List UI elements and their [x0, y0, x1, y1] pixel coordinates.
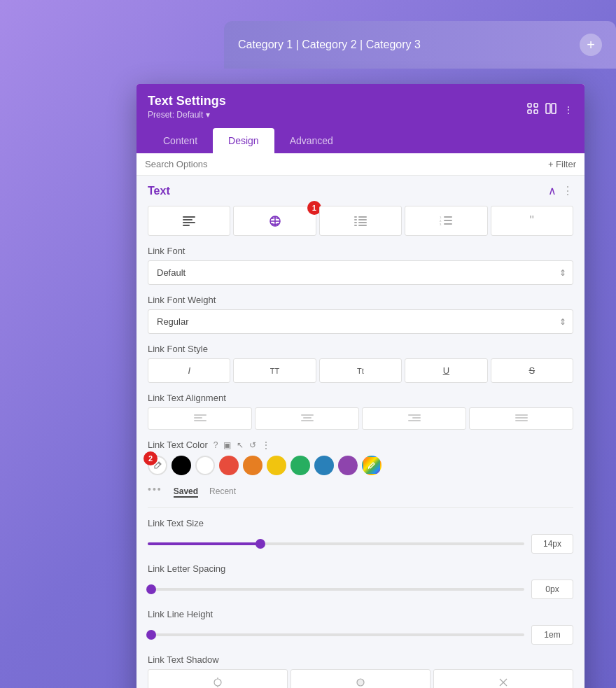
svg-rect-39 [515, 414, 528, 416]
svg-rect-2 [528, 110, 531, 113]
more-options-icon[interactable]: ⋮ [564, 104, 573, 115]
align-btn-quote[interactable]: " [491, 206, 573, 236]
add-button[interactable]: + [580, 34, 602, 56]
top-bar: Category 1 | Category 2 | Category 3 + [224, 21, 616, 69]
svg-rect-7 [183, 219, 192, 220]
svg-rect-32 [303, 417, 312, 419]
link-letter-spacing-row: 0px [148, 580, 573, 599]
link-letter-spacing-field: Link Letter Spacing 0px [148, 563, 573, 599]
collapse-icon[interactable]: ∧ [548, 184, 556, 197]
link-font-weight-select-wrapper: Regular [148, 309, 573, 334]
badge-2: 2 [144, 451, 158, 465]
section-controls: ∧ ⋮ [548, 184, 573, 197]
style-uppercase[interactable]: TT [233, 358, 316, 383]
link-font-group: Link Font Default [148, 246, 573, 285]
section-more-icon[interactable]: ⋮ [562, 184, 573, 197]
svg-rect-13 [354, 216, 357, 218]
link-text-size-row: 14px [148, 534, 573, 554]
swatch-yellow[interactable] [267, 456, 286, 475]
link-line-height-thumb[interactable] [146, 630, 156, 640]
shadow-btn-1[interactable] [148, 669, 288, 688]
link-text-alignment-label: Link Text Alignment [148, 393, 573, 403]
svg-rect-4 [546, 104, 550, 113]
svg-rect-15 [354, 219, 357, 220]
eyedropper-swatch[interactable]: 2 [148, 456, 167, 475]
align-btn-left[interactable] [148, 206, 230, 236]
split-view-icon[interactable] [545, 103, 556, 116]
swatch-purple[interactable] [338, 456, 358, 475]
shadow-btn-3[interactable] [433, 669, 573, 688]
align-btn-list[interactable] [319, 206, 402, 236]
modal-header: Text Settings Preset: Default ▾ [136, 84, 584, 153]
text-align-justify[interactable] [469, 407, 573, 430]
text-align-left[interactable] [148, 407, 252, 430]
link-text-size-thumb[interactable] [255, 539, 265, 549]
svg-text:3.: 3. [440, 223, 442, 226]
font-style-row: I TT Tt U S [148, 358, 573, 383]
help-icon[interactable]: ? [214, 440, 218, 450]
align-btn-ordered[interactable]: 1. 2. 3. [405, 206, 487, 236]
svg-rect-33 [301, 420, 314, 421]
link-font-select[interactable]: Default [148, 260, 573, 285]
text-align-center[interactable] [255, 407, 359, 430]
modal-preset[interactable]: Preset: Default ▾ [148, 110, 226, 120]
swatch-green[interactable] [290, 456, 310, 475]
svg-rect-27 [194, 414, 206, 416]
search-input[interactable] [145, 159, 490, 169]
monitor-icon[interactable]: ▣ [223, 440, 231, 450]
link-text-size-value[interactable]: 14px [531, 534, 573, 554]
link-line-height-value[interactable]: 1em [531, 625, 573, 645]
cursor-icon[interactable]: ↖ [237, 440, 244, 450]
svg-rect-14 [358, 216, 367, 218]
link-text-shadow-label: Link Text Shadow [148, 654, 573, 665]
svg-rect-3 [534, 110, 538, 113]
swatch-blue[interactable] [314, 456, 334, 475]
modal-title: Text Settings [148, 94, 226, 108]
link-text-size-field: Link Text Size 14px [148, 518, 573, 554]
tab-advanced[interactable]: Advanced [274, 128, 349, 153]
style-underline[interactable]: U [405, 358, 487, 383]
reset-color-icon[interactable]: ↺ [249, 440, 256, 450]
link-font-weight-select[interactable]: Regular [148, 309, 573, 334]
swatch-white[interactable] [195, 456, 215, 475]
link-line-height-track[interactable] [148, 633, 524, 636]
svg-rect-26 [444, 223, 452, 225]
more-dots[interactable]: ••• [148, 484, 162, 495]
swatch-red[interactable] [219, 456, 239, 475]
color-tab-recent[interactable]: Recent [209, 486, 236, 498]
link-text-color-group: Link Text Color ? ▣ ↖ ↺ ⋮ 2 [148, 440, 573, 498]
link-text-size-label: Link Text Size [148, 518, 573, 528]
tab-content[interactable]: Content [148, 128, 213, 153]
text-align-row [148, 407, 573, 430]
svg-rect-40 [515, 417, 528, 419]
search-bar: + Filter [136, 153, 584, 176]
style-capitalize[interactable]: Tt [319, 358, 402, 383]
align-btn-link[interactable]: 1 [233, 206, 316, 236]
text-align-right[interactable] [362, 407, 466, 430]
link-line-height-row: 1em [148, 625, 573, 645]
color-more-icon[interactable]: ⋮ [262, 440, 270, 450]
link-font-weight-group: Link Font Weight Regular [148, 295, 573, 334]
tab-design[interactable]: Design [213, 128, 274, 153]
modal-header-icons: ⋮ [527, 103, 573, 116]
svg-point-48 [357, 679, 364, 686]
color-tab-saved[interactable]: Saved [174, 486, 198, 498]
svg-rect-17 [354, 222, 357, 223]
swatch-pencil[interactable] [362, 456, 382, 475]
text-settings-modal: Text Settings Preset: Default ▾ [136, 84, 584, 688]
link-font-style-group: Link Font Style I TT Tt U S [148, 344, 573, 383]
style-strikethrough[interactable]: S [491, 358, 573, 383]
modal-body: Text ∧ ⋮ [136, 176, 584, 688]
swatch-black[interactable] [172, 456, 191, 475]
fullscreen-icon[interactable] [527, 103, 538, 116]
link-letter-spacing-value[interactable]: 0px [531, 580, 573, 599]
svg-rect-1 [534, 104, 538, 107]
swatch-orange[interactable] [243, 456, 262, 475]
shadow-btn-2[interactable] [290, 669, 430, 688]
filter-button[interactable]: + Filter [548, 159, 576, 169]
style-italic[interactable]: I [148, 358, 230, 383]
svg-line-44 [368, 467, 369, 469]
link-text-size-track[interactable] [148, 542, 524, 545]
link-letter-spacing-track[interactable] [148, 588, 524, 591]
link-letter-spacing-thumb[interactable] [146, 584, 156, 594]
